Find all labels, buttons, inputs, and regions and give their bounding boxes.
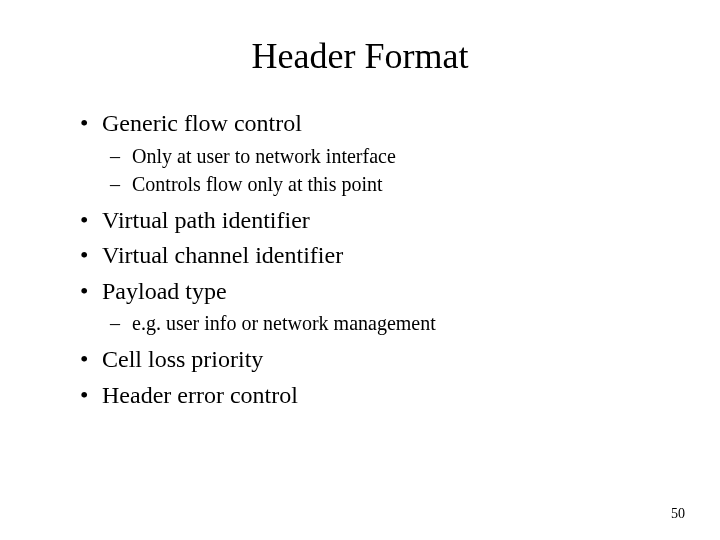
- slide-content: Generic flow control Only at user to net…: [50, 107, 670, 413]
- slide: Header Format Generic flow control Only …: [0, 0, 720, 540]
- bullet-clp: Cell loss priority: [80, 343, 670, 377]
- bullet-vpi: Virtual path identifier: [80, 204, 670, 238]
- subbullet-user-info: e.g. user info or network management: [110, 310, 670, 337]
- bullet-hec: Header error control: [80, 379, 670, 413]
- bullet-vci: Virtual channel identifier: [80, 239, 670, 273]
- subbullet-uni: Only at user to network interface: [110, 143, 670, 170]
- page-number: 50: [671, 506, 685, 522]
- subbullet-controls-flow: Controls flow only at this point: [110, 171, 670, 198]
- bullet-payload-type: Payload type: [80, 275, 670, 309]
- sub-group: e.g. user info or network management: [80, 310, 670, 337]
- sub-group: Only at user to network interface Contro…: [80, 143, 670, 198]
- slide-title: Header Format: [50, 35, 670, 77]
- bullet-generic-flow-control: Generic flow control: [80, 107, 670, 141]
